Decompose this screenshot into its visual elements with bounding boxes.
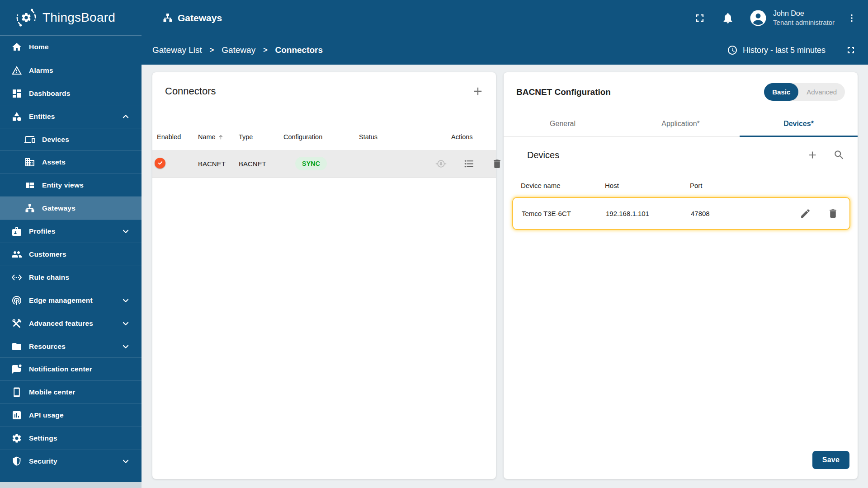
sidebar-item-rule-chains[interactable]: Rule chains — [0, 266, 142, 289]
sidebar-item-alarms[interactable]: Alarms — [0, 59, 142, 82]
sidebar-item-customers[interactable]: Customers — [0, 243, 142, 266]
add-connector-icon[interactable] — [472, 85, 484, 98]
user-menu[interactable]: John Doe Tenant administrator — [773, 9, 835, 26]
avatar[interactable] — [749, 9, 768, 28]
sidebar-item-advanced-features[interactable]: Advanced features — [0, 312, 142, 335]
sidebar-nav: Home Alarms Dashboards Entities Devices … — [0, 36, 142, 473]
toggle-check-icon — [155, 158, 165, 169]
dashboard-fullscreen-icon[interactable] — [845, 45, 856, 56]
breadcrumb-separator: > — [210, 46, 214, 54]
sidebar-item-entity-views[interactable]: Entity views — [0, 174, 142, 197]
warning-icon — [11, 65, 22, 76]
sidebar-item-notification-center[interactable]: Notification center — [0, 357, 142, 380]
add-device-icon[interactable] — [807, 149, 818, 161]
chat-icon — [11, 364, 22, 375]
sidebar-item-edge-management[interactable]: Edge management — [0, 289, 142, 312]
column-name[interactable]: Name — [198, 133, 239, 141]
user-role: Tenant administrator — [773, 19, 835, 26]
code-icon — [11, 272, 22, 283]
connectors-title: Connectors — [165, 85, 216, 97]
sidebar-item-home[interactable]: Home — [0, 36, 142, 59]
badge-icon — [11, 226, 22, 237]
chevron-up-icon — [121, 112, 131, 122]
connectors-table-header: Enabled Name Type Configuration Status A… — [152, 124, 496, 150]
dashboard-icon — [11, 88, 22, 99]
clock-icon — [727, 45, 738, 56]
antenna-icon — [11, 295, 22, 306]
app-logo[interactable]: ThingsBoard — [0, 0, 142, 36]
sidebar-item-entities[interactable]: Entities — [0, 105, 142, 128]
breadcrumb-connectors: Connectors — [275, 45, 323, 55]
edit-device-icon[interactable] — [800, 208, 811, 219]
lan-icon — [24, 203, 35, 214]
sidebar-item-gateways[interactable]: Gateways — [0, 197, 142, 220]
save-button[interactable]: Save — [812, 451, 849, 469]
sidebar: ThingsBoard Home Alarms Dashboards Entit… — [0, 0, 142, 482]
connector-enabled-cell — [157, 160, 198, 168]
connector-status-cell — [359, 160, 435, 168]
devices-icon — [24, 134, 35, 145]
config-tabs: General Application* Devices* — [504, 113, 858, 137]
sidebar-item-security[interactable]: Security — [0, 450, 142, 473]
device-name-cell: Temco T3E-6CT — [522, 210, 606, 217]
app-name: ThingsBoard — [42, 10, 115, 25]
connector-type-cell: BACNET — [239, 160, 283, 168]
column-status: Status — [359, 133, 435, 141]
config-title: BACNET Configuration — [516, 87, 611, 97]
tab-general[interactable]: General — [504, 113, 622, 137]
bacnet-configuration-panel: BACNET Configuration Basic Advanced Gene… — [504, 72, 858, 479]
chevron-down-icon — [121, 319, 131, 328]
column-host: Host — [605, 182, 690, 189]
connector-row-bacnet[interactable]: BACNET BACNET SYNC — [152, 150, 496, 178]
tab-devices[interactable]: Devices* — [740, 113, 858, 137]
sidebar-item-mobile-center[interactable]: Mobile center — [0, 380, 142, 404]
folder-icon — [11, 341, 22, 352]
notifications-bell-icon[interactable] — [722, 12, 734, 24]
home-icon — [11, 42, 22, 52]
shield-icon — [11, 456, 22, 467]
device-row-highlighted[interactable]: Temco T3E-6CT 192.168.1.101 47808 — [512, 197, 850, 230]
mode-basic[interactable]: Basic — [764, 83, 798, 101]
chevron-down-icon — [121, 226, 131, 236]
delete-device-icon[interactable] — [827, 208, 839, 219]
sidebar-item-api-usage[interactable]: API usage — [0, 404, 142, 427]
sidebar-item-assets[interactable]: Assets — [0, 150, 142, 174]
search-icon[interactable] — [833, 149, 845, 161]
connector-configuration-cell: SYNC — [283, 157, 359, 170]
page-title: Gateways — [178, 13, 222, 23]
sort-asc-icon — [217, 134, 224, 141]
user-name: John Doe — [773, 9, 835, 18]
connectors-panel: Connectors Enabled Name Type Configurati… — [152, 72, 496, 479]
tab-application[interactable]: Application* — [622, 113, 740, 137]
page-title-block: Gateways — [162, 13, 222, 23]
device-host-cell: 192.168.1.101 — [606, 210, 691, 217]
connector-name-cell: BACNET — [198, 160, 239, 168]
devices-section-title: Devices — [527, 150, 559, 160]
breadcrumb: Gateway List > Gateway > Connectors — [152, 45, 323, 55]
logs-list-icon[interactable] — [463, 158, 475, 169]
history-range-button[interactable]: History - last 5 minutes — [727, 45, 826, 56]
fullscreen-icon[interactable] — [693, 12, 706, 24]
column-actions: Actions — [435, 133, 491, 141]
devices-table-header: Device name Host Port — [504, 176, 858, 194]
gear-icon — [11, 433, 22, 444]
sidebar-item-devices[interactable]: Devices — [0, 128, 142, 151]
sidebar-item-resources[interactable]: Resources — [0, 335, 142, 358]
column-device-name: Device name — [521, 182, 605, 189]
breadcrumb-gateway[interactable]: Gateway — [222, 45, 255, 55]
chevron-down-icon — [121, 342, 131, 352]
smartphone-icon — [11, 387, 22, 398]
column-configuration: Configuration — [283, 133, 359, 141]
column-type: Type — [239, 133, 283, 141]
basic-advanced-toggle: Basic Advanced — [764, 83, 845, 101]
building-icon — [24, 157, 35, 168]
sidebar-item-dashboards[interactable]: Dashboards — [0, 82, 142, 105]
view-quilt-icon — [24, 180, 35, 191]
sidebar-item-profiles[interactable]: Profiles — [0, 220, 142, 243]
breadcrumb-gateway-list[interactable]: Gateway List — [152, 45, 202, 55]
more-vert-icon[interactable] — [846, 12, 857, 24]
top-header: Gateways John Doe Tenant administrator — [142, 0, 868, 36]
delete-connector-icon[interactable] — [491, 158, 503, 169]
sidebar-item-settings[interactable]: Settings — [0, 427, 142, 450]
mode-advanced[interactable]: Advanced — [798, 83, 845, 101]
